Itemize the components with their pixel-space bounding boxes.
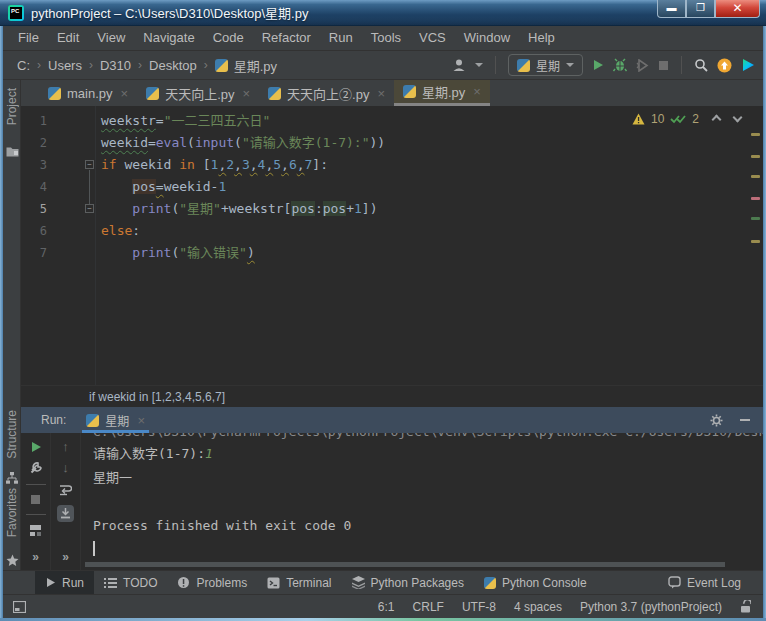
chevron-down-icon[interactable] xyxy=(475,63,483,67)
star-icon[interactable] xyxy=(6,554,19,567)
tool-window-button-terminal[interactable]: Terminal xyxy=(257,571,341,594)
editor-tab-天天向上.py[interactable]: 天天向上.py× xyxy=(137,80,259,106)
inspections-widget[interactable]: 10 2 xyxy=(632,112,741,126)
event-log-button[interactable]: Event Log xyxy=(668,576,741,590)
minimize-button[interactable]: ▬ xyxy=(657,0,686,18)
menu-item-view[interactable]: View xyxy=(88,26,134,50)
scrollbar-warning-mark[interactable] xyxy=(751,133,760,136)
breadcrumb-item[interactable]: D310 xyxy=(100,58,131,73)
console-caret xyxy=(93,541,95,556)
code-line-6[interactable]: 6else: xyxy=(21,220,763,242)
code-line-5[interactable]: 5 print("星期"+weekstr[pos:pos+1]) xyxy=(21,198,763,220)
editor-tab-main.py[interactable]: main.py× xyxy=(39,80,137,106)
fold-range-line xyxy=(89,170,90,204)
python-icon xyxy=(86,414,99,427)
close-icon[interactable]: × xyxy=(377,86,385,101)
search-everywhere-icon[interactable] xyxy=(694,58,708,72)
status-item[interactable]: CRLF xyxy=(413,600,444,614)
console-output[interactable]: C:\Users\D310\PycharmProjects\pythonProj… xyxy=(81,433,763,570)
fold-marker[interactable]: − xyxy=(85,204,94,213)
more-icon[interactable]: » xyxy=(32,550,39,564)
status-item[interactable]: 4 spaces xyxy=(514,600,562,614)
update-project-icon[interactable] xyxy=(717,58,732,73)
console-toolbar: ↑ ↓ » xyxy=(51,433,81,570)
run-configuration-select[interactable]: 星期 xyxy=(508,54,583,76)
scrollbar-error-mark[interactable] xyxy=(751,197,760,200)
tool-window-button-problems[interactable]: Problems xyxy=(167,571,257,594)
restore-layout-icon[interactable] xyxy=(29,524,42,537)
code-line-3[interactable]: 3if weekid in [1,2,3,4,5,6,7]: xyxy=(21,154,763,176)
menu-item-refactor[interactable]: Refactor xyxy=(253,26,320,50)
warning-icon xyxy=(632,113,645,125)
scrollbar-warning-mark[interactable] xyxy=(751,240,760,243)
soft-wrap-icon[interactable] xyxy=(59,483,72,496)
run-tab-label: 星期 xyxy=(105,412,129,429)
menu-item-edit[interactable]: Edit xyxy=(48,26,88,50)
status-item[interactable]: UTF-8 xyxy=(462,600,496,614)
tool-window-toggle-icon[interactable] xyxy=(13,601,26,613)
lock-icon[interactable] xyxy=(740,600,751,613)
debug-button[interactable] xyxy=(613,58,627,72)
stop-button xyxy=(658,60,669,71)
prev-problem-icon[interactable] xyxy=(712,114,722,124)
gear-icon[interactable] xyxy=(710,414,723,427)
editor-tab-星期.py[interactable]: 星期.py× xyxy=(394,80,490,106)
menu-item-run[interactable]: Run xyxy=(320,26,362,50)
menu-item-vcs[interactable]: VCS xyxy=(410,26,455,50)
menu-item-tools[interactable]: Tools xyxy=(362,26,410,50)
user-account-icon[interactable] xyxy=(452,58,466,72)
scrollbar-warning-mark[interactable] xyxy=(751,175,760,178)
menu-item-window[interactable]: Window xyxy=(455,26,519,50)
code-editor[interactable]: 10 2 1weekstr="一二三四五六日"2weekid=eval(inpu… xyxy=(21,106,763,385)
breadcrumb-item[interactable]: Desktop xyxy=(149,58,197,73)
code-line-7[interactable]: 7 print("输入错误") xyxy=(21,242,763,264)
menu-item-code[interactable]: Code xyxy=(204,26,253,50)
tool-window-button-python-console[interactable]: Python Console xyxy=(474,571,597,594)
line-number: 3 xyxy=(21,154,47,176)
more-icon[interactable]: » xyxy=(62,550,69,564)
menu-item-file[interactable]: File xyxy=(9,26,48,50)
tool-window-button-favorites[interactable]: Favorites xyxy=(5,488,19,537)
close-icon[interactable]: × xyxy=(137,413,145,428)
close-icon[interactable]: × xyxy=(121,86,129,101)
editor-tab-天天向上②.py[interactable]: 天天向上②.py× xyxy=(259,80,394,106)
close-button[interactable]: ✕ xyxy=(715,0,760,18)
scrollbar-ok-mark[interactable] xyxy=(751,217,760,220)
tool-window-button-project[interactable]: Project xyxy=(5,88,19,125)
menu-item-navigate[interactable]: Navigate xyxy=(134,26,203,50)
run-icon xyxy=(45,577,56,588)
horizontal-scrollbar[interactable] xyxy=(85,562,725,567)
next-problem-icon[interactable] xyxy=(733,113,743,123)
run-panel-header: Run: 星期 × xyxy=(21,407,763,433)
tool-window-button-structure[interactable]: Structure xyxy=(5,410,19,459)
menu-item-help[interactable]: Help xyxy=(519,26,564,50)
project-folder-icon[interactable] xyxy=(6,146,19,157)
run-button[interactable] xyxy=(592,59,604,71)
breadcrumb-item[interactable]: C: xyxy=(17,58,30,73)
fold-marker[interactable]: − xyxy=(85,160,94,169)
breadcrumb-item[interactable]: Users xyxy=(48,58,82,73)
scroll-to-end-icon[interactable] xyxy=(57,505,74,522)
breadcrumb-file[interactable]: 星期.py xyxy=(234,56,277,75)
tool-window-button-todo[interactable]: TODO xyxy=(94,571,167,594)
hide-panel-icon[interactable] xyxy=(739,414,751,426)
status-item[interactable]: Python 3.7 (pythonProject) xyxy=(580,600,722,614)
button-label: Run xyxy=(62,576,84,590)
maximize-button[interactable]: ❐ xyxy=(686,0,715,18)
code-line-4[interactable]: 4 pos=weekid-1 xyxy=(21,176,763,198)
run-configuration-label: 星期 xyxy=(536,57,560,74)
tool-window-button-run[interactable]: Run xyxy=(35,571,94,594)
ide-feature-icon[interactable] xyxy=(741,58,755,72)
close-icon[interactable]: × xyxy=(473,84,481,99)
tool-window-button-python-packages[interactable]: Python Packages xyxy=(342,571,474,594)
tab-label: main.py xyxy=(67,86,113,101)
edit-configuration-icon[interactable] xyxy=(29,462,42,475)
scrollbar-warning-mark[interactable] xyxy=(751,155,760,158)
rerun-button[interactable] xyxy=(30,441,42,453)
title-bar[interactable]: pythonProject – C:\Users\D310\Desktop\星期… xyxy=(0,0,766,26)
run-tab[interactable]: 星期 × xyxy=(82,407,149,433)
close-icon[interactable]: × xyxy=(242,86,250,101)
structure-icon[interactable] xyxy=(6,472,18,484)
status-item[interactable]: 6:1 xyxy=(378,600,395,614)
code-line-2[interactable]: 2weekid=eval(input("请输入数字(1-7):")) xyxy=(21,132,763,154)
